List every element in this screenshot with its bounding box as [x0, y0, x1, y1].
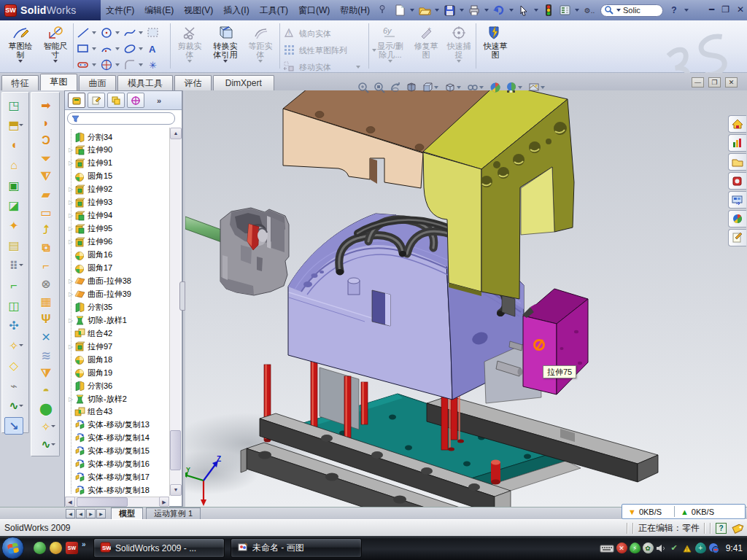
motion-nav-2[interactable]: ▶ [86, 509, 96, 518]
open-icon-dropdown[interactable] [435, 9, 439, 12]
motion-nav-0[interactable]: ◀ [66, 509, 75, 518]
ribbon-row-button-1[interactable]: 线性草图阵列 [283, 43, 378, 58]
appearance-ball-icon[interactable] [489, 82, 501, 93]
sketch-rect-button[interactable] [76, 41, 96, 57]
sketch-tool-12[interactable]: Ψ [36, 311, 55, 328]
sketch-tool-10[interactable]: ⊗ [36, 275, 55, 292]
hscroll-thumb[interactable] [77, 497, 128, 507]
expand-arrow[interactable]: ▷ [67, 238, 74, 245]
tab-dimxpertmanager[interactable] [127, 93, 144, 108]
manager-tabs-overflow[interactable]: » [157, 96, 161, 105]
sketch-point-button[interactable]: ✳ [146, 57, 166, 73]
features-tool-2[interactable]: ◖ [4, 136, 23, 154]
sketch-tool-3[interactable]: ⏷ [36, 150, 55, 168]
sketch-tool-11[interactable]: ▦ [36, 293, 55, 311]
tree-vertical-scrollbar[interactable]: ▲ ▼ [169, 128, 181, 496]
ribbon-button-4[interactable]: 等距实体 [244, 22, 276, 70]
sketch-tool-18[interactable]: ✧ [36, 418, 55, 435]
design-library-tab[interactable] [728, 153, 746, 171]
sketch-tool-2[interactable]: Ͻ [36, 132, 55, 149]
tree-item-实体-移动/复制13[interactable]: 实体-移动/复制13 [65, 419, 169, 432]
tree-item-拉伸96[interactable]: ▷拉伸96 [65, 236, 169, 249]
pin-icon[interactable] [378, 4, 387, 16]
solidworks-quicklaunch-icon[interactable]: SW [66, 542, 78, 554]
taskbar-button-1[interactable]: 未命名 - 画图 [231, 538, 362, 558]
home-tab[interactable] [728, 115, 746, 133]
design-checker-icon-dropdown[interactable] [575, 9, 579, 12]
open-icon[interactable] [417, 3, 432, 18]
design-checker-icon[interactable] [557, 3, 572, 18]
graphics-viewport[interactable]: X Z Y 拉伸75 [185, 90, 747, 507]
tree-item-切除-放样1[interactable]: ▷切除-放样1 [65, 314, 169, 327]
tree-item-实体-移动/复制16[interactable]: 实体-移动/复制16 [65, 458, 169, 471]
zoom-area-icon[interactable] [374, 82, 385, 93]
view-orientation-icon[interactable] [422, 82, 440, 93]
features-tool-15[interactable]: ∿ [4, 397, 23, 415]
view-palette-tab[interactable] [728, 191, 746, 209]
features-tool-1[interactable]: ⬒ [4, 117, 23, 134]
save-icon-dropdown[interactable] [460, 9, 464, 12]
sketch-tool-1[interactable]: ◗ [36, 114, 55, 132]
features-tool-16[interactable]: ↘ [4, 417, 23, 435]
command-tab-草图[interactable]: 草图 [40, 74, 77, 90]
tree-item-拉伸90[interactable]: ▷拉伸90 [65, 144, 169, 157]
volume-tray-icon[interactable] [656, 542, 667, 553]
sketch-tool-6[interactable]: ▭ [36, 203, 55, 221]
ribbon-button-6[interactable]: +修复草图 [410, 22, 442, 70]
display-style-icon[interactable] [444, 82, 462, 93]
features-tool-11[interactable]: ✣ [4, 317, 23, 335]
tree-item-曲面-拉伸38[interactable]: ▷曲面-拉伸38 [65, 274, 169, 287]
tree-item-拉伸97[interactable]: ▷拉伸97 [65, 340, 169, 353]
motion-nav-3[interactable]: ▶ [96, 509, 106, 518]
features-tool-14[interactable]: ⌁ [4, 377, 23, 394]
restore-button[interactable]: ❐ [721, 4, 729, 15]
expand-arrow[interactable]: ▷ [67, 199, 74, 206]
command-tab-曲面[interactable]: 曲面 [79, 75, 116, 90]
doc-tab-模型[interactable]: 模型 [111, 508, 143, 519]
new-document-icon[interactable] [392, 3, 407, 18]
appearances-tab[interactable] [728, 210, 746, 228]
expand-arrow[interactable]: ▷ [67, 396, 74, 402]
security-alert-tray-icon[interactable]: ✕ [616, 542, 627, 553]
minimize-button[interactable]: ━ [709, 4, 714, 15]
green-tray-icon[interactable]: ✔ [669, 542, 680, 553]
traffic-light-icon[interactable] [541, 3, 556, 18]
tree-item-分割34[interactable]: 分割34 [65, 131, 169, 144]
ribbon-row-button-0[interactable]: !镜向实体 [283, 26, 331, 41]
keyboard-tray-icon[interactable] [600, 543, 614, 553]
expand-arrow[interactable]: ▷ [67, 160, 74, 166]
close-button[interactable]: ✕ [737, 4, 744, 15]
sketch-fillet-sk-button[interactable] [123, 57, 143, 73]
menu-2[interactable]: 视图(V) [179, 2, 218, 18]
features-tool-9[interactable]: ⌐ [4, 277, 23, 295]
tree-item-分割35[interactable]: 分割35 [65, 300, 169, 314]
scroll-thumb[interactable] [170, 430, 181, 470]
tab-configurationmanager[interactable] [107, 93, 125, 108]
expand-arrow[interactable]: ▷ [67, 317, 74, 324]
menu-3[interactable]: 插入(I) [218, 2, 254, 18]
tab-featuremanager[interactable] [68, 93, 85, 108]
features-tool-13[interactable]: ◇ [4, 357, 23, 375]
sketch-tool-15[interactable]: ⧩ [36, 365, 55, 382]
menu-5[interactable]: 窗口(W) [293, 2, 335, 18]
shield-tray-icon[interactable]: + [695, 542, 706, 553]
quicklaunch-icon-2[interactable] [50, 542, 62, 554]
messenger-quicklaunch-icon[interactable] [34, 542, 46, 554]
file-explorer-tab[interactable] [728, 172, 746, 190]
ribbon-button-3[interactable]: 转换实体引用 [208, 22, 243, 70]
doc-minimize-button[interactable]: — [692, 77, 704, 88]
sketch-tool-14[interactable]: ≋ [36, 346, 55, 364]
select-arrow-icon-dropdown[interactable] [534, 9, 538, 12]
tree-item-实体-移动/复制14[interactable]: 实体-移动/复制14 [65, 432, 169, 445]
resources-tab[interactable] [728, 134, 746, 152]
features-tool-0[interactable]: ◳ [4, 96, 23, 114]
taskbar-button-0[interactable]: SWSolidWorks 2009 - ... [93, 538, 225, 558]
section-view-icon[interactable] [406, 82, 417, 93]
tree-item-曲面-拉伸39[interactable]: ▷曲面-拉伸39 [65, 287, 169, 300]
command-tab-模具工具[interactable]: 模具工具 [117, 75, 173, 90]
sketch-tool-9[interactable]: ⌐ [36, 257, 55, 275]
tree-item-组合42[interactable]: 组合42 [65, 327, 169, 340]
doc-close-button[interactable]: ✕ [725, 77, 738, 88]
features-tool-10[interactable]: ◫ [4, 297, 23, 314]
menu-4[interactable]: 工具(T) [255, 2, 293, 18]
